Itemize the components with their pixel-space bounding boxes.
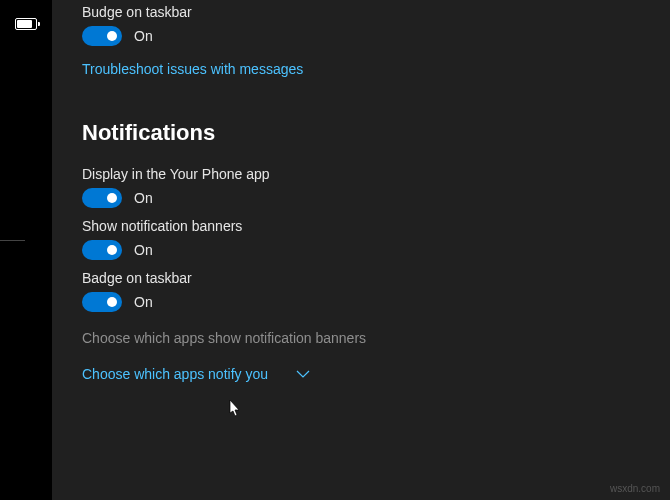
battery-icon	[15, 18, 37, 30]
settings-content: Budge on taskbar On Troubleshoot issues …	[52, 0, 670, 500]
toggle-state: On	[134, 294, 153, 310]
notifications-heading: Notifications	[82, 120, 640, 146]
badge-taskbar-label-truncated: Budge on taskbar	[82, 4, 640, 20]
show-banners-label: Show notification banners	[82, 218, 640, 234]
sidebar	[0, 0, 52, 500]
badge-taskbar-toggle[interactable]	[82, 292, 122, 312]
display-in-app-label: Display in the Your Phone app	[82, 166, 640, 182]
watermark: wsxdn.com	[610, 483, 660, 494]
badge-taskbar-toggle-messages[interactable]	[82, 26, 122, 46]
sidebar-divider	[0, 240, 25, 241]
show-banners-toggle[interactable]	[82, 240, 122, 260]
badge-taskbar-label: Badge on taskbar	[82, 270, 640, 286]
choose-apps-description: Choose which apps show notification bann…	[82, 330, 640, 346]
choose-apps-link[interactable]: Choose which apps notify you	[82, 366, 268, 382]
display-in-app-toggle[interactable]	[82, 188, 122, 208]
troubleshoot-link[interactable]: Troubleshoot issues with messages	[82, 61, 303, 77]
toggle-state: On	[134, 190, 153, 206]
chevron-down-icon[interactable]	[296, 370, 310, 378]
toggle-state: On	[134, 28, 153, 44]
toggle-state: On	[134, 242, 153, 258]
